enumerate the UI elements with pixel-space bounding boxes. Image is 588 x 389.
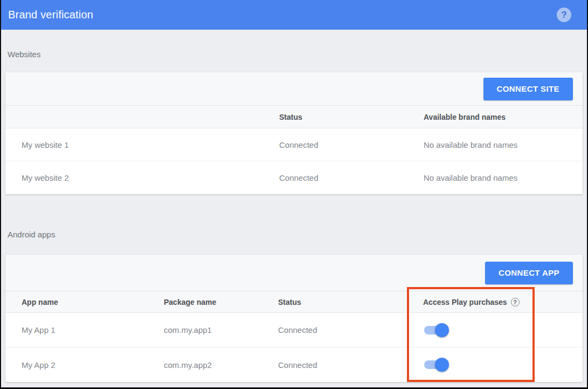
apps-col-package: Package name (164, 298, 278, 306)
website-brands: No available brand names (424, 140, 583, 149)
websites-col-brands: Available brand names (424, 113, 583, 121)
help-icon-glyph: ? (561, 10, 566, 21)
access-play-toggle[interactable] (424, 360, 448, 369)
website-name: My website 1 (22, 140, 279, 149)
apps-toolbar: CONNECT APP (5, 255, 583, 291)
android-apps-card: CONNECT APP App name Package name Status… (5, 255, 583, 382)
website-status: Connected (279, 173, 424, 182)
app-status: Connected (278, 360, 423, 370)
app-row: My App 2 com.my.app2 Connected (5, 347, 583, 382)
help-icon[interactable]: ? (557, 8, 571, 22)
app-status: Connected (278, 325, 423, 335)
access-play-help-glyph: ? (513, 299, 517, 305)
websites-toolbar: CONNECT SITE (5, 72, 583, 106)
app-access-cell (423, 326, 583, 335)
access-play-toggle[interactable] (424, 326, 448, 335)
website-status: Connected (279, 140, 424, 149)
access-play-help-icon[interactable]: ? (511, 298, 520, 306)
app-name: My App 2 (22, 360, 164, 370)
app-header: Brand verification ? (1, 0, 587, 30)
toggle-thumb (435, 358, 449, 372)
websites-table-header: Status Available brand names (5, 106, 583, 128)
connect-app-button[interactable]: CONNECT APP (485, 262, 573, 284)
connect-site-button[interactable]: CONNECT SITE (483, 78, 573, 100)
website-brands: No available brand names (424, 173, 583, 182)
websites-section-label: Websites (8, 30, 587, 59)
app-row: My App 1 com.my.app1 Connected (5, 313, 583, 347)
apps-col-access-play: Access Play purchases ? (423, 298, 583, 306)
app-package: com.my.app2 (164, 360, 278, 370)
app-name: My App 1 (22, 325, 164, 335)
brand-verification-page: Brand verification ? Websites CONNECT SI… (0, 0, 588, 389)
website-name: My website 2 (22, 173, 279, 182)
websites-card: CONNECT SITE Status Available brand name… (5, 72, 583, 194)
toggle-thumb (435, 323, 449, 337)
access-play-label: Access Play purchases (423, 298, 507, 306)
page-title: Brand verification (8, 9, 557, 21)
apps-col-app-name: App name (22, 298, 164, 306)
android-apps-section-label: Android apps (8, 194, 587, 239)
app-access-cell (423, 360, 583, 369)
website-row: My website 2 Connected No available bran… (5, 161, 583, 194)
apps-table-header: App name Package name Status Access Play… (5, 291, 583, 313)
website-row: My website 1 Connected No available bran… (5, 128, 583, 161)
websites-col-status: Status (279, 113, 424, 121)
app-package: com.my.app1 (164, 325, 278, 335)
apps-col-status: Status (278, 298, 423, 306)
